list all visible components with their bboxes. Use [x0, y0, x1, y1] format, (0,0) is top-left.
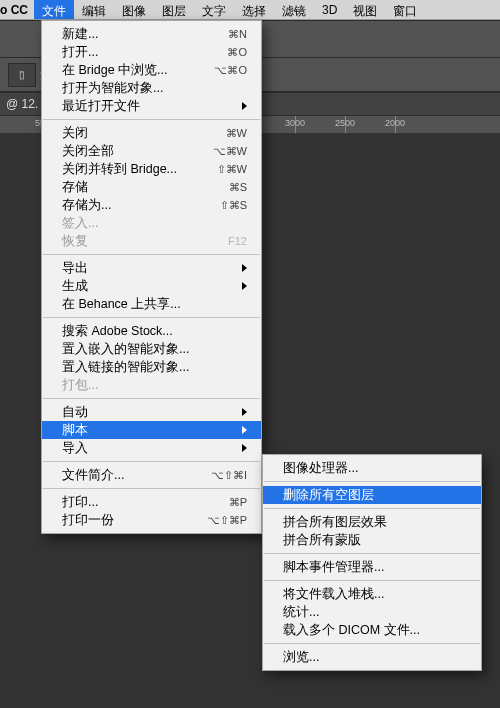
menu-top-图像[interactable]: 图像 [114, 0, 154, 19]
file-menu-item-shortcut: ⌘S [229, 181, 247, 194]
script-menu-separator [264, 643, 480, 644]
file-menu-item-label: 导入 [62, 440, 88, 457]
file-menu-item-label: 存储 [62, 179, 88, 196]
script-menu-item[interactable]: 脚本事件管理器... [263, 558, 481, 576]
file-menu-item-label: 签入... [62, 215, 98, 232]
file-menu-item[interactable]: 导入 [42, 439, 261, 457]
app-title: o CC [0, 0, 34, 19]
menu-top-图层[interactable]: 图层 [154, 0, 194, 19]
ruler-tick-label: 2000 [385, 118, 405, 128]
file-menu-item-shortcut: F12 [228, 235, 247, 247]
script-menu-item[interactable]: 浏览... [263, 648, 481, 666]
script-menu-item-label: 统计... [283, 604, 319, 621]
file-menu-separator [43, 398, 260, 399]
file-menu-item[interactable]: 打开为智能对象... [42, 79, 261, 97]
file-menu-item[interactable]: 生成 [42, 277, 261, 295]
file-menu-item-label: 关闭并转到 Bridge... [62, 161, 177, 178]
file-menu-item[interactable]: 自动 [42, 403, 261, 421]
chevron-right-icon [242, 444, 247, 452]
menu-top-视图[interactable]: 视图 [345, 0, 385, 19]
file-menu-item-label: 导出 [62, 260, 88, 277]
menu-top-3D[interactable]: 3D [314, 0, 345, 19]
script-menu-separator [264, 481, 480, 482]
tool-preset-button[interactable]: ▯ [8, 63, 36, 87]
script-menu-item-label: 浏览... [283, 649, 319, 666]
file-menu-separator [43, 317, 260, 318]
menu-top-文字[interactable]: 文字 [194, 0, 234, 19]
file-menu-item[interactable]: 打印一份⌥⇧⌘P [42, 511, 261, 529]
file-menu-item-shortcut: ⌥⌘O [214, 64, 247, 77]
file-menu-item-label: 打开为智能对象... [62, 80, 163, 97]
file-menu-item[interactable]: 在 Bridge 中浏览...⌥⌘O [42, 61, 261, 79]
menu-top-窗口[interactable]: 窗口 [385, 0, 425, 19]
script-menu-item[interactable]: 统计... [263, 603, 481, 621]
file-menu-item-label: 脚本 [62, 422, 88, 439]
file-menu-item-label: 打包... [62, 377, 98, 394]
file-menu-item-shortcut: ⌘O [227, 46, 247, 59]
script-menu-item-label: 删除所有空图层 [283, 487, 374, 504]
file-menu-item[interactable]: 文件简介...⌥⇧⌘I [42, 466, 261, 484]
file-menu-item: 签入... [42, 214, 261, 232]
file-menu-item[interactable]: 最近打开文件 [42, 97, 261, 115]
script-menu-item-label: 拼合所有图层效果 [283, 514, 387, 531]
file-menu-item-label: 文件简介... [62, 467, 124, 484]
file-menu-item[interactable]: 在 Behance 上共享... [42, 295, 261, 313]
file-menu-item-shortcut: ⇧⌘S [220, 199, 247, 212]
script-menu-item[interactable]: 拼合所有图层效果 [263, 513, 481, 531]
file-menu-item-label: 关闭全部 [62, 143, 114, 160]
file-menu-item[interactable]: 导出 [42, 259, 261, 277]
script-menu-item[interactable]: 拼合所有蒙版 [263, 531, 481, 549]
file-menu-item[interactable]: 脚本 [42, 421, 261, 439]
file-menu-item: 打包... [42, 376, 261, 394]
file-menu-item[interactable]: 打开...⌘O [42, 43, 261, 61]
file-menu-item-shortcut: ⌘W [226, 127, 247, 140]
menu-top-编辑[interactable]: 编辑 [74, 0, 114, 19]
file-menu-item-shortcut: ⌥⇧⌘I [211, 469, 247, 482]
menu-top-文件[interactable]: 文件 [34, 0, 74, 19]
file-menu-item-shortcut: ⌥⇧⌘P [207, 514, 247, 527]
file-menu-item-label: 自动 [62, 404, 88, 421]
file-dropdown: 新建...⌘N打开...⌘O在 Bridge 中浏览...⌥⌘O打开为智能对象.… [41, 20, 262, 534]
file-menu-item[interactable]: 存储⌘S [42, 178, 261, 196]
file-menu-item-label: 打印... [62, 494, 98, 511]
file-menu-item-label: 最近打开文件 [62, 98, 140, 115]
menu-top-选择[interactable]: 选择 [234, 0, 274, 19]
script-menu-item[interactable]: 删除所有空图层 [263, 486, 481, 504]
script-menu-item-label: 图像处理器... [283, 460, 358, 477]
chevron-right-icon [242, 264, 247, 272]
file-menu-item[interactable]: 关闭并转到 Bridge...⇧⌘W [42, 160, 261, 178]
file-menu-separator [43, 119, 260, 120]
file-menu-separator [43, 461, 260, 462]
script-menu-item[interactable]: 图像处理器... [263, 459, 481, 477]
file-menu-item-label: 生成 [62, 278, 88, 295]
script-menu-item[interactable]: 载入多个 DICOM 文件... [263, 621, 481, 639]
script-menu-separator [264, 508, 480, 509]
file-menu-item-label: 打印一份 [62, 512, 114, 529]
file-menu-item-label: 关闭 [62, 125, 88, 142]
chevron-right-icon [242, 282, 247, 290]
file-menu-item-label: 恢复 [62, 233, 88, 250]
script-menu-item-label: 载入多个 DICOM 文件... [283, 622, 420, 639]
ruler-tick-label: 2500 [335, 118, 355, 128]
file-menu-item-shortcut: ⌘P [229, 496, 247, 509]
file-menu-item: 恢复F12 [42, 232, 261, 250]
file-menu-item-label: 置入链接的智能对象... [62, 359, 189, 376]
menu-top-滤镜[interactable]: 滤镜 [274, 0, 314, 19]
file-menu-item-label: 存储为... [62, 197, 111, 214]
pointer-icon: ▯ [19, 69, 25, 80]
file-menu-item-label: 打开... [62, 44, 98, 61]
file-menu-item[interactable]: 存储为...⇧⌘S [42, 196, 261, 214]
file-menu-item[interactable]: 置入嵌入的智能对象... [42, 340, 261, 358]
file-menu-item-shortcut: ⌥⌘W [213, 145, 247, 158]
file-menu-item[interactable]: 搜索 Adobe Stock... [42, 322, 261, 340]
file-menu-item-label: 在 Bridge 中浏览... [62, 62, 168, 79]
file-menu-item[interactable]: 关闭全部⌥⌘W [42, 142, 261, 160]
file-menu-item[interactable]: 关闭⌘W [42, 124, 261, 142]
script-menu-item[interactable]: 将文件载入堆栈... [263, 585, 481, 603]
file-menu-item[interactable]: 打印...⌘P [42, 493, 261, 511]
chevron-right-icon [242, 426, 247, 434]
file-menu-item[interactable]: 置入链接的智能对象... [42, 358, 261, 376]
file-menu-item[interactable]: 新建...⌘N [42, 25, 261, 43]
script-menu-separator [264, 580, 480, 581]
document-tab-title[interactable]: @ 12. [6, 97, 38, 111]
